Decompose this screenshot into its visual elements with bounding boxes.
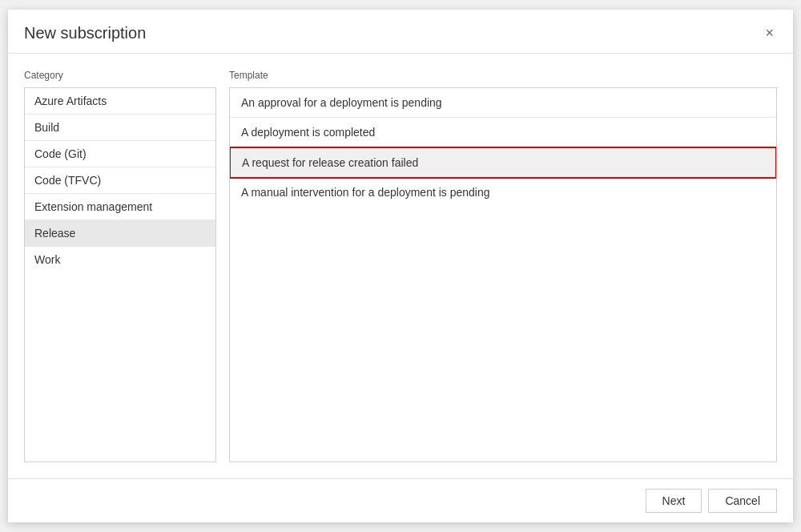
template-list: An approval for a deployment is pending … bbox=[229, 87, 777, 462]
sidebar-item-code-git[interactable]: Code (Git) bbox=[25, 141, 215, 167]
sidebar-item-build[interactable]: Build bbox=[25, 115, 215, 141]
dialog-title: New subscription bbox=[24, 24, 146, 42]
template-item-release-creation-failed[interactable]: A request for release creation failed bbox=[229, 147, 777, 179]
category-panel: Category Azure Artifacts Build Code (Git… bbox=[24, 70, 216, 462]
sidebar-item-code-tfvc[interactable]: Code (TFVC) bbox=[25, 167, 215, 194]
dialog: New subscription × Category Azure Artifa… bbox=[8, 10, 793, 522]
sidebar-item-azure-artifacts[interactable]: Azure Artifacts bbox=[25, 88, 215, 115]
sidebar-item-extension-management[interactable]: Extension management bbox=[25, 194, 215, 220]
template-item-approval-pending[interactable]: An approval for a deployment is pending bbox=[230, 88, 776, 118]
template-item-manual-intervention[interactable]: A manual intervention for a deployment i… bbox=[230, 178, 776, 207]
cancel-button[interactable]: Cancel bbox=[708, 489, 777, 513]
dialog-footer: Next Cancel bbox=[8, 478, 793, 522]
dialog-header: New subscription × bbox=[8, 10, 793, 54]
dialog-body: Category Azure Artifacts Build Code (Git… bbox=[8, 54, 793, 478]
next-button[interactable]: Next bbox=[646, 489, 702, 513]
template-label: Template bbox=[229, 70, 777, 81]
category-list: Azure Artifacts Build Code (Git) Code (T… bbox=[24, 87, 216, 462]
sidebar-item-release[interactable]: Release bbox=[25, 220, 215, 247]
close-button[interactable]: × bbox=[762, 22, 777, 43]
category-label: Category bbox=[24, 70, 216, 81]
template-panel: Template An approval for a deployment is… bbox=[229, 70, 777, 462]
template-item-deployment-completed[interactable]: A deployment is completed bbox=[230, 118, 776, 147]
sidebar-item-work[interactable]: Work bbox=[25, 247, 215, 272]
dialog-overlay: New subscription × Category Azure Artifa… bbox=[0, 0, 801, 532]
